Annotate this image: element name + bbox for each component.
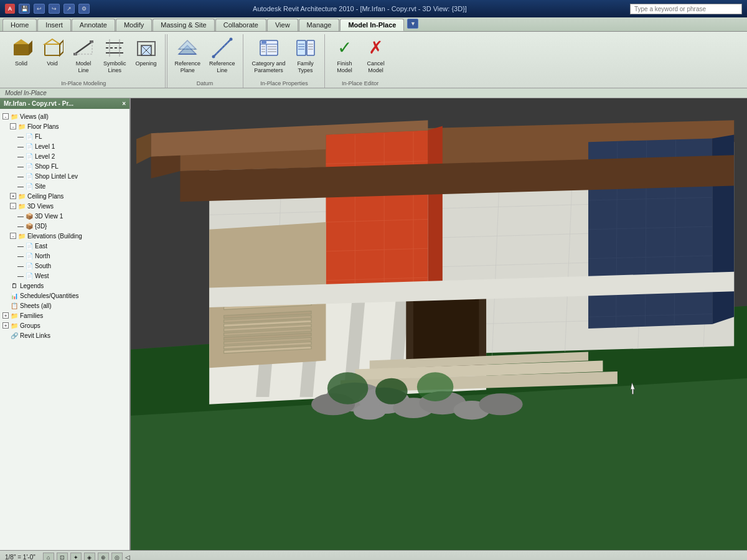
tab-home[interactable]: Home bbox=[2, 19, 37, 31]
svg-marker-5 bbox=[60, 40, 63, 55]
tree-sheets[interactable]: 📋 Sheets (all) bbox=[0, 301, 129, 310]
tab-massing-site[interactable]: Massing & Site bbox=[153, 19, 214, 31]
tree-floor-plans[interactable]: - 📁 Floor Plans bbox=[0, 121, 129, 131]
view-icon-lintel: 📄 bbox=[25, 172, 34, 180]
tab-extra-btn[interactable]: ▼ bbox=[407, 19, 418, 29]
tree-3d[interactable]: — 📦 {3D} bbox=[0, 221, 129, 231]
viewport[interactable] bbox=[131, 98, 747, 550]
expand-3d-views[interactable]: - bbox=[10, 203, 16, 209]
datum-label: Datum bbox=[197, 79, 214, 88]
tree-groups[interactable]: + 📁 Groups bbox=[0, 320, 129, 330]
ribbon-group-inplace-editor: ✓ FinishModel ✗ CancelModel In-Place Edi… bbox=[326, 34, 395, 88]
svg-marker-4 bbox=[45, 39, 60, 44]
project-browser-tree[interactable]: - 📁 Views (all) - 📁 Floor Plans — 📄 FL —… bbox=[0, 109, 129, 550]
tab-manage[interactable]: Manage bbox=[299, 19, 340, 31]
tab-view[interactable]: View bbox=[267, 19, 298, 31]
tb-undo-btn[interactable]: ↩ bbox=[34, 4, 45, 14]
cancel-model-button[interactable]: ✗ CancelModel bbox=[362, 35, 390, 75]
tree-fl[interactable]: — 📄 FL bbox=[0, 131, 129, 141]
folder-icon-fam: 📁 bbox=[10, 311, 19, 320]
svg-marker-2 bbox=[29, 40, 32, 55]
tree-west[interactable]: — 📄 West bbox=[0, 271, 129, 281]
tree-families[interactable]: + 📁 Families bbox=[0, 310, 129, 320]
expand-views-all[interactable]: - bbox=[2, 113, 9, 119]
tb-arrow-btn[interactable]: ↗ bbox=[63, 4, 75, 14]
project-browser-close[interactable]: × bbox=[122, 100, 126, 107]
void-button[interactable]: Void bbox=[39, 35, 66, 68]
schedule-icon: 📊 bbox=[10, 291, 19, 300]
model-line-button[interactable]: ModelLine bbox=[70, 35, 97, 75]
tree-ceiling-plans[interactable]: + 📁 Ceiling Plans bbox=[0, 191, 129, 201]
tree-label-sheets: Sheets (all) bbox=[20, 302, 52, 309]
status-icon-render[interactable]: ◈ bbox=[84, 553, 95, 561]
view-icon-west: 📄 bbox=[25, 271, 34, 280]
tab-insert[interactable]: Insert bbox=[37, 19, 71, 31]
tab-modify[interactable]: Modify bbox=[116, 19, 152, 31]
status-icon-quality[interactable]: ✦ bbox=[70, 553, 82, 561]
tree-label-west: West bbox=[35, 273, 49, 279]
status-bar: 1/8" = 1'-0" ⌂ ⊡ ✦ ◈ ⊕ ◎ ◁ bbox=[0, 550, 747, 560]
tree-3dview1[interactable]: — 📦 3D View 1 bbox=[0, 211, 129, 221]
tree-shop-fl[interactable]: — 📄 Shop FL bbox=[0, 161, 129, 171]
solid-label: Solid bbox=[15, 60, 27, 67]
tb-settings-btn[interactable]: ⚙ bbox=[78, 4, 90, 14]
tab-model-in-place[interactable]: Model In-Place bbox=[340, 19, 404, 31]
expand-ceiling-plans[interactable]: + bbox=[10, 193, 16, 199]
tree-label-revit-links: Revit Links bbox=[20, 332, 50, 339]
ribbon-group-inplace-modeling: Solid Void bbox=[2, 34, 166, 88]
tb-redo-btn[interactable]: ↪ bbox=[49, 4, 60, 14]
tree-label-schedules: Schedules/Quantities bbox=[20, 292, 79, 299]
status-icons: ⌂ ⊡ ✦ ◈ ⊕ ◎ ◁ bbox=[43, 553, 130, 561]
tree-site[interactable]: — 📄 Site bbox=[0, 181, 129, 191]
symbolic-lines-button[interactable]: SymbolicLines bbox=[101, 35, 129, 75]
status-icon-settings[interactable]: ◎ bbox=[111, 553, 123, 561]
tb-save-btn[interactable]: 💾 bbox=[19, 4, 30, 14]
tree-north[interactable]: — 📄 North bbox=[0, 251, 129, 261]
reference-line-button[interactable]: ReferenceLine bbox=[207, 35, 238, 75]
status-icon-home[interactable]: ⌂ bbox=[43, 553, 54, 561]
folder-icon-elev: 📁 bbox=[17, 231, 26, 240]
opening-button[interactable]: Opening bbox=[133, 35, 160, 68]
tree-schedules[interactable]: 📊 Schedules/Quantities bbox=[0, 291, 129, 301]
inplace-modeling-label: In-Place Modeling bbox=[61, 79, 106, 88]
tab-annotate[interactable]: Annotate bbox=[72, 19, 115, 31]
finish-icon: ✓ bbox=[334, 37, 356, 59]
ribbon-content: Solid Void bbox=[0, 32, 747, 88]
keyword-search-input[interactable] bbox=[630, 4, 742, 14]
tree-revit-links[interactable]: 🔗 Revit Links bbox=[0, 330, 129, 340]
tree-views-all[interactable]: - 📁 Views (all) bbox=[0, 111, 129, 121]
tree-level1[interactable]: — 📄 Level 1 bbox=[0, 141, 129, 151]
svg-point-122 bbox=[417, 372, 454, 401]
category-parameters-button[interactable]: Category andParameters bbox=[250, 35, 288, 75]
tree-elevations[interactable]: - 📁 Elevations (Building bbox=[0, 231, 129, 241]
tab-collaborate[interactable]: Collaborate bbox=[215, 19, 266, 31]
expand-families[interactable]: + bbox=[2, 312, 9, 319]
tree-label-ceiling-plans: Ceiling Plans bbox=[27, 193, 63, 200]
tree-level2[interactable]: — 📄 Level 2 bbox=[0, 151, 129, 161]
svg-point-119 bbox=[354, 404, 386, 420]
tree-label-elevations: Elevations (Building bbox=[27, 233, 82, 240]
expand-floor-plans[interactable]: - bbox=[10, 123, 16, 129]
tree-east[interactable]: — 📄 East bbox=[0, 241, 129, 251]
status-icon-extra[interactable]: ⊕ bbox=[98, 553, 109, 561]
cancel-model-label: CancelModel bbox=[367, 60, 385, 74]
finish-model-button[interactable]: ✓ FinishModel bbox=[331, 35, 359, 75]
solid-button[interactable]: Solid bbox=[7, 35, 35, 68]
tree-3d-views[interactable]: - 📁 3D Views bbox=[0, 201, 129, 211]
ribbon-tab-bar: Home Insert Annotate Modify Massing & Si… bbox=[0, 17, 747, 32]
project-browser: Mr.Irfan - Copy.rvt - Pr... × - 📁 Views … bbox=[0, 98, 131, 550]
view-icon-south: 📄 bbox=[25, 261, 34, 270]
tree-south[interactable]: — 📄 South bbox=[0, 261, 129, 271]
tree-shop-lintel[interactable]: — 📄 Shop Lintel Lev bbox=[0, 171, 129, 181]
ref-line-icon bbox=[211, 37, 233, 59]
expand-elevations[interactable]: - bbox=[10, 233, 16, 239]
status-icon-frame[interactable]: ⊡ bbox=[57, 553, 68, 561]
inplace-properties-buttons: Category andParameters bbox=[250, 35, 319, 79]
reference-plane-button[interactable]: ReferencePlane bbox=[172, 35, 204, 75]
expand-groups[interactable]: + bbox=[2, 322, 9, 329]
tree-legends[interactable]: 🗒 Legends bbox=[0, 281, 129, 291]
family-types-button[interactable]: FamilyTypes bbox=[292, 35, 319, 75]
tree-label-views-all: Views (all) bbox=[20, 113, 49, 120]
tree-label-3d: {3D} bbox=[35, 223, 47, 230]
inplace-editor-label: In-Place Editor bbox=[342, 79, 378, 88]
